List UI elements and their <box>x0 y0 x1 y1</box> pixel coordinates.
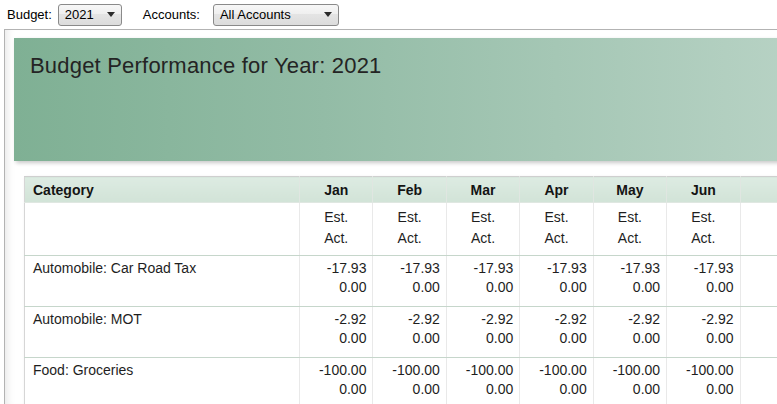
act-value: 0.00 <box>447 278 519 297</box>
act-value: 0.00 <box>594 278 666 297</box>
est-value: -17.93 <box>594 259 666 278</box>
act-value: 0.00 <box>447 380 519 399</box>
value-cell: -17.930.00 <box>667 256 740 307</box>
category-cell: Food: Groceries <box>25 358 300 404</box>
value-cell: -100.000.00 <box>373 358 446 404</box>
column-header-partial <box>740 177 777 203</box>
report-view: Budget Performance for Year: 2021 Catego… <box>4 29 777 404</box>
value-cell: -2.920.00 <box>667 307 740 358</box>
act-value: 0.00 <box>300 380 372 399</box>
value-cell: -17.930.00 <box>593 256 666 307</box>
column-header-month-mar: Mar <box>446 177 519 203</box>
value-cell: -2.920.00 <box>593 307 666 358</box>
chevron-down-icon <box>107 12 115 17</box>
report-title: Budget Performance for Year: 2021 <box>14 38 777 79</box>
value-cell: -17.930.00 <box>300 256 373 307</box>
subheader-act-label: Act. <box>594 228 666 249</box>
value-cell: -2.920.00 <box>446 307 519 358</box>
subheader-partial-cell <box>740 203 777 256</box>
value-cell: -100.000.00 <box>667 358 740 404</box>
est-value: -2.92 <box>594 310 666 329</box>
est-value: -17.93 <box>667 259 739 278</box>
subheader-est-label: Est. <box>300 207 372 228</box>
est-value: -100.00 <box>447 361 519 380</box>
accounts-label: Accounts: <box>143 7 200 22</box>
column-header-category: Category <box>25 177 300 203</box>
toolbar: Budget: 2021 Accounts: All Accounts <box>0 0 777 29</box>
column-header-month-jun: Jun <box>667 177 740 203</box>
accounts-select[interactable]: All Accounts <box>213 4 339 26</box>
value-cell: -100.000.00 <box>593 358 666 404</box>
subheader-cell: Est.Act. <box>446 203 519 256</box>
value-cell: -2.920.00 <box>520 307 593 358</box>
est-value: -2.92 <box>520 310 592 329</box>
budget-year-select[interactable]: 2021 <box>58 4 122 26</box>
est-value: -2.92 <box>300 310 372 329</box>
act-value: 0.00 <box>520 380 592 399</box>
subheader-category-cell <box>25 203 300 256</box>
partial-cell <box>740 358 777 404</box>
value-cell: -17.930.00 <box>446 256 519 307</box>
est-value: -17.93 <box>520 259 592 278</box>
accounts-value: All Accounts <box>220 7 291 22</box>
act-value: 0.00 <box>594 329 666 348</box>
est-value: -17.93 <box>300 259 372 278</box>
act-value: 0.00 <box>667 329 739 348</box>
subheader-act-label: Act. <box>447 228 519 249</box>
partial-cell <box>740 256 777 307</box>
table-row: Automobile: MOT-2.920.00-2.920.00-2.920.… <box>25 307 777 358</box>
act-value: 0.00 <box>520 329 592 348</box>
act-value: 0.00 <box>373 329 445 348</box>
subheader-cell: Est.Act. <box>593 203 666 256</box>
value-cell: -17.930.00 <box>373 256 446 307</box>
report-header: Budget Performance for Year: 2021 <box>14 38 777 161</box>
budget-table: CategoryJanFebMarAprMayJunEst.Act.Est.Ac… <box>24 176 777 404</box>
act-value: 0.00 <box>594 380 666 399</box>
subheader-cell: Est.Act. <box>373 203 446 256</box>
act-value: 0.00 <box>667 380 739 399</box>
subheader-est-label: Est. <box>667 207 739 228</box>
subheader-est-label: Est. <box>594 207 666 228</box>
table-row: Food: Groceries-100.000.00-100.000.00-10… <box>25 358 777 404</box>
act-value: 0.00 <box>667 278 739 297</box>
partial-cell <box>740 307 777 358</box>
category-cell: Automobile: MOT <box>25 307 300 358</box>
value-cell: -17.930.00 <box>520 256 593 307</box>
subheader-est-label: Est. <box>373 207 445 228</box>
subheader-act-label: Act. <box>520 228 592 249</box>
value-cell: -100.000.00 <box>520 358 593 404</box>
act-value: 0.00 <box>300 329 372 348</box>
est-value: -100.00 <box>520 361 592 380</box>
column-header-month-may: May <box>593 177 666 203</box>
est-value: -17.93 <box>447 259 519 278</box>
est-value: -100.00 <box>373 361 445 380</box>
act-value: 0.00 <box>373 380 445 399</box>
chevron-down-icon <box>324 12 332 17</box>
act-value: 0.00 <box>447 329 519 348</box>
est-value: -2.92 <box>447 310 519 329</box>
subheader-est-label: Est. <box>447 207 519 228</box>
subheader-act-label: Act. <box>300 228 372 249</box>
subheader-cell: Est.Act. <box>667 203 740 256</box>
column-header-month-feb: Feb <box>373 177 446 203</box>
subheader-cell: Est.Act. <box>300 203 373 256</box>
est-value: -100.00 <box>594 361 666 380</box>
column-header-month-apr: Apr <box>520 177 593 203</box>
est-value: -2.92 <box>667 310 739 329</box>
est-value: -100.00 <box>300 361 372 380</box>
value-cell: -100.000.00 <box>300 358 373 404</box>
subheader-row: Est.Act.Est.Act.Est.Act.Est.Act.Est.Act.… <box>25 203 777 256</box>
est-value: -17.93 <box>373 259 445 278</box>
act-value: 0.00 <box>300 278 372 297</box>
value-cell: -100.000.00 <box>446 358 519 404</box>
table-header-row: CategoryJanFebMarAprMayJun <box>25 177 777 203</box>
subheader-cell: Est.Act. <box>520 203 593 256</box>
subheader-act-label: Act. <box>373 228 445 249</box>
category-cell: Automobile: Car Road Tax <box>25 256 300 307</box>
est-value: -100.00 <box>667 361 739 380</box>
est-value: -2.92 <box>373 310 445 329</box>
column-header-month-jan: Jan <box>300 177 373 203</box>
subheader-est-label: Est. <box>520 207 592 228</box>
subheader-act-label: Act. <box>667 228 739 249</box>
value-cell: -2.920.00 <box>300 307 373 358</box>
